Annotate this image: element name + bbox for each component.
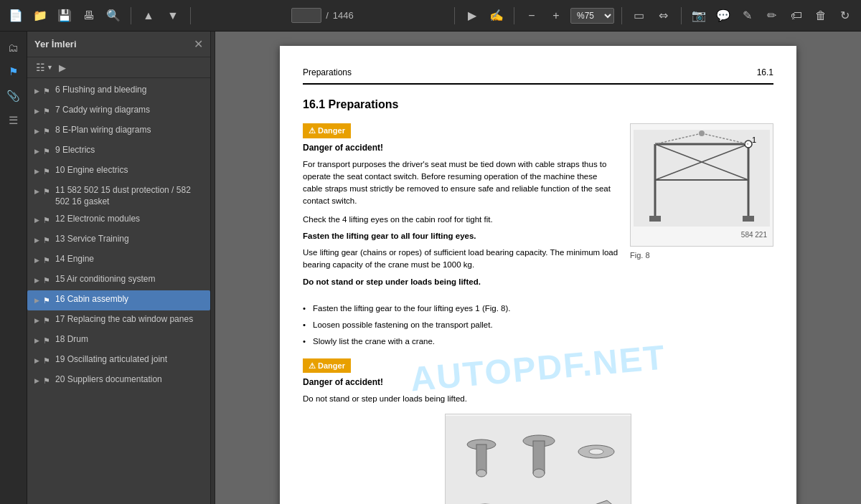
page-input[interactable]: 707 bbox=[291, 8, 321, 23]
expand-icon-item-7[interactable]: ▶ bbox=[32, 105, 42, 117]
bookmark-item-item-13[interactable]: ▶ ⚑ 13 Service Training bbox=[27, 230, 210, 250]
main-area: 🗂 ⚑ 📎 ☰ Yer İmleri ✕ ☷ ▼ ▶ ▶ ⚑ 6 Flushin… bbox=[0, 32, 861, 504]
bookmark-item-item-11[interactable]: ▶ ⚑ 11 582 502 15 dust protection / 582 … bbox=[27, 181, 210, 210]
expand-icon-item-14[interactable]: ▶ bbox=[32, 255, 42, 266]
expand-icon-item-18[interactable]: ▶ bbox=[32, 335, 42, 346]
panel-menu-button[interactable]: ☷ ▼ bbox=[33, 60, 56, 75]
bookmark-icon-item-13: ⚑ bbox=[42, 234, 52, 246]
danger-title-1: Danger of accident! bbox=[303, 141, 618, 154]
bookmark-icon-item-17: ⚑ bbox=[42, 315, 52, 326]
draw-button[interactable]: ✏ bbox=[762, 6, 782, 26]
bullet-2: Loosen possible fastening on the transpo… bbox=[303, 319, 773, 331]
bookmark-item-item-8[interactable]: ▶ ⚑ 8 E-Plan wiring diagrams bbox=[27, 121, 210, 141]
bookmark-item-item-9[interactable]: ▶ ⚑ 9 Electrics bbox=[27, 141, 210, 161]
bookmark-item-item-19[interactable]: ▶ ⚑ 19 Oscillating articulated joint bbox=[27, 351, 210, 371]
fit-page-button[interactable]: ▭ bbox=[629, 6, 649, 26]
hand-button[interactable]: ✍ bbox=[486, 6, 507, 26]
new-button[interactable]: 📄 bbox=[6, 6, 26, 26]
rail-bookmark-icon[interactable]: ⚑ bbox=[4, 62, 24, 82]
svg-rect-16 bbox=[476, 444, 486, 473]
danger-box-2: Danger Danger of accident! Do not stand … bbox=[303, 358, 773, 406]
expand-icon-item-11[interactable]: ▶ bbox=[32, 186, 42, 197]
header-left: Preparations bbox=[303, 66, 352, 79]
bookmark-label-item-8: 8 E-Plan wiring diagrams bbox=[55, 124, 206, 135]
bookmark-item-item-16[interactable]: ▶ ⚑ 16 Cabin assembly bbox=[27, 290, 210, 310]
svg-text:1: 1 bbox=[752, 135, 756, 144]
bookmark-icon-item-12: ⚑ bbox=[42, 214, 52, 226]
bookmark-item-item-12[interactable]: ▶ ⚑ 12 Electronic modules bbox=[27, 210, 210, 230]
bookmark-item-item-15[interactable]: ▶ ⚑ 15 Air conditioning system bbox=[27, 270, 210, 290]
bookmark-label-item-12: 12 Electronic modules bbox=[55, 213, 206, 224]
icon-rail: 🗂 ⚑ 📎 ☰ bbox=[0, 32, 27, 504]
danger-title-2: Danger of accident! bbox=[303, 376, 773, 389]
expand-icon-item-19[interactable]: ▶ bbox=[32, 355, 42, 366]
pdf-img-col: 1 584 221 Fig. 8 bbox=[630, 123, 773, 293]
zoom-select[interactable]: %75 %50 %100 %125 %150 bbox=[570, 8, 614, 24]
rail-layer-icon[interactable]: ☰ bbox=[4, 110, 24, 130]
fig8-figure: 1 584 221 bbox=[630, 123, 773, 247]
danger-text-1: For transport purposes the driver's seat… bbox=[303, 158, 618, 208]
expand-icon-item-15[interactable]: ▶ bbox=[32, 275, 42, 286]
open-button[interactable]: 📁 bbox=[30, 6, 50, 26]
pdf-area[interactable]: AUTOPDF.NET Preparations 16.1 16.1 Prepa… bbox=[215, 32, 861, 504]
expand-icon-item-17[interactable]: ▶ bbox=[32, 315, 42, 326]
fit-width-button[interactable]: ⇔ bbox=[654, 6, 674, 26]
expand-icon-item-20[interactable]: ▶ bbox=[32, 375, 42, 386]
expand-icon-item-10[interactable]: ▶ bbox=[32, 166, 42, 177]
svg-rect-12 bbox=[649, 216, 661, 222]
rail-hand-icon[interactable]: 🗂 bbox=[4, 37, 24, 57]
bookmark-icon-item-15: ⚑ bbox=[42, 275, 52, 286]
bookmark-label-item-18: 18 Drum bbox=[55, 333, 206, 345]
comment-button[interactable]: 💬 bbox=[713, 6, 733, 26]
page-separator: / bbox=[326, 10, 329, 21]
bookmark-item-item-17[interactable]: ▶ ⚑ 17 Replacing the cab window panes bbox=[27, 310, 210, 331]
fig8-caption: 584 221 bbox=[636, 229, 767, 240]
page-total: 1446 bbox=[333, 10, 354, 21]
snapshot-button[interactable]: 📷 bbox=[689, 6, 709, 26]
bookmark-item-item-14[interactable]: ▶ ⚑ 14 Engine bbox=[27, 250, 210, 270]
bookmark-item-item-7[interactable]: ▶ ⚑ 7 Caddy wiring diagrams bbox=[27, 101, 210, 121]
save-button[interactable]: 💾 bbox=[55, 6, 75, 26]
bookmark-item-item-20[interactable]: ▶ ⚑ 20 Suppliers documentation bbox=[27, 371, 210, 391]
expand-icon-item-9[interactable]: ▶ bbox=[32, 146, 42, 157]
undo-button[interactable]: ↻ bbox=[835, 6, 855, 26]
bookmark-label-item-11: 11 582 502 15 dust protection / 582 502 … bbox=[55, 184, 206, 207]
svg-rect-13 bbox=[743, 216, 754, 222]
bookmark-icon-item-16: ⚑ bbox=[42, 295, 52, 306]
bookmark-label-item-13: 13 Service Training bbox=[55, 233, 206, 244]
delete-button[interactable]: 🗑 bbox=[811, 6, 831, 26]
bookmark-item-item-10[interactable]: ▶ ⚑ 10 Engine electrics bbox=[27, 161, 210, 181]
cursor-button[interactable]: ▶ bbox=[462, 6, 482, 26]
danger-box-1: Danger Danger of accident! For transport… bbox=[303, 123, 618, 208]
panel-close-button[interactable]: ✕ bbox=[194, 37, 203, 51]
find-button[interactable]: 🔍 bbox=[103, 6, 123, 26]
bookmark-label-item-9: 9 Electrics bbox=[55, 144, 206, 156]
zoom-out-button[interactable]: − bbox=[522, 6, 542, 26]
toolbar: 📄 📁 💾 🖶 🔍 ▲ ▼ 707 / 1446 ▶ ✍ − + %75 %50… bbox=[0, 0, 861, 32]
cursor-indicator: ▶ bbox=[59, 62, 66, 73]
rail-attach-icon[interactable]: 📎 bbox=[4, 86, 24, 106]
expand-icon-item-12[interactable]: ▶ bbox=[32, 214, 42, 226]
fig7-container: 584220 Fig. 7 bbox=[303, 414, 773, 504]
bookmark-list: ▶ ⚑ 6 Flushing and bleeding ▶ ⚑ 7 Caddy … bbox=[27, 78, 210, 504]
zoom-in-button[interactable]: + bbox=[546, 6, 566, 26]
expand-icon-item-16[interactable]: ▶ bbox=[32, 295, 42, 306]
bookmark-label-item-14: 14 Engine bbox=[55, 253, 206, 265]
list-icon: ☷ bbox=[36, 62, 45, 73]
bookmark-item-item-18[interactable]: ▶ ⚑ 18 Drum bbox=[27, 331, 210, 351]
divider1 bbox=[131, 7, 131, 24]
back-button[interactable]: ▲ bbox=[138, 6, 159, 26]
bullets-section-1: Fasten the lifting gear to the four lift… bbox=[303, 303, 773, 348]
expand-icon-item-6[interactable]: ▶ bbox=[32, 85, 42, 97]
stamp-button[interactable]: 🏷 bbox=[786, 6, 806, 26]
highlight-button[interactable]: ✎ bbox=[738, 6, 758, 26]
bookmark-label-item-16: 16 Cabin assembly bbox=[55, 293, 206, 305]
bookmark-item-item-6[interactable]: ▶ ⚑ 6 Flushing and bleeding bbox=[27, 81, 210, 101]
pdf-section-title: 16.1 Preparations bbox=[303, 96, 773, 113]
fig8-image: 1 bbox=[634, 130, 770, 227]
expand-icon-item-8[interactable]: ▶ bbox=[32, 125, 42, 137]
forward-button[interactable]: ▼ bbox=[163, 6, 183, 26]
expand-icon-item-13[interactable]: ▶ bbox=[32, 234, 42, 246]
print-button[interactable]: 🖶 bbox=[79, 6, 99, 26]
bookmark-icon-item-8: ⚑ bbox=[42, 125, 52, 137]
